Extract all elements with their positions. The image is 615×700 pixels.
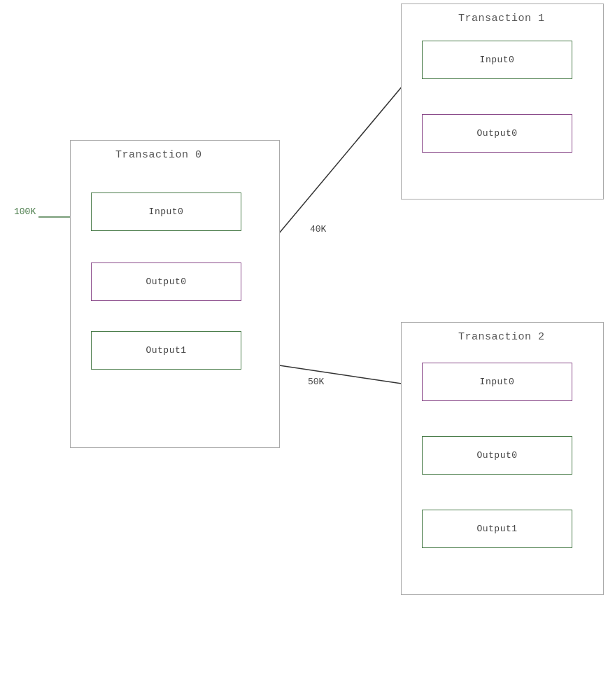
external-amount-label: 100K (14, 206, 36, 217)
tx1-input0-box: Input0 (422, 41, 572, 79)
transaction-2-label: Transaction 2 (458, 331, 545, 343)
tx2-output0-box: Output0 (422, 436, 572, 475)
transaction-1-box (401, 4, 604, 200)
tx0-input0-label: Input0 (149, 206, 184, 217)
arrow-50k-label: 50K (308, 377, 324, 387)
tx0-output0-box: Output0 (91, 262, 241, 301)
arrow-40k-label: 40K (310, 224, 326, 234)
tx1-output0-label: Output0 (476, 128, 517, 139)
tx0-output0-label: Output0 (146, 276, 186, 287)
tx2-output1-label: Output1 (476, 524, 517, 534)
tx0-output1-box: Output1 (91, 331, 241, 370)
tx2-output0-label: Output0 (476, 450, 517, 461)
diagram: 100K Transaction 0 Input0 Output0 Output… (0, 0, 615, 700)
tx2-output1-box: Output1 (422, 510, 572, 548)
transaction-0-label: Transaction 0 (115, 149, 202, 161)
tx0-input0-box: Input0 (91, 192, 241, 231)
tx1-input0-label: Input0 (480, 55, 515, 65)
tx0-output1-label: Output1 (146, 345, 186, 356)
transaction-1-label: Transaction 1 (458, 13, 545, 24)
tx2-input0-box: Input0 (422, 363, 572, 401)
tx2-input0-label: Input0 (480, 377, 515, 387)
tx1-output0-box: Output0 (422, 114, 572, 153)
